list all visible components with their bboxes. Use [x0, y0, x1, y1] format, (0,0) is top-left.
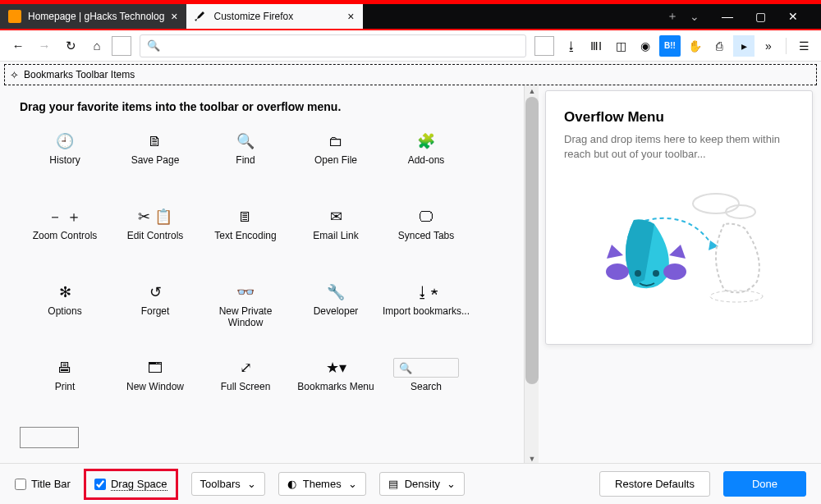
item-synced-tabs[interactable]: 🖵Synced Tabs	[381, 204, 471, 271]
themes-label: Themes	[303, 478, 342, 490]
item-addons[interactable]: 🧩Add-ons	[381, 128, 471, 195]
menu-button[interactable]: ☰	[793, 35, 814, 57]
close-icon[interactable]: ×	[171, 10, 177, 23]
print-icon: 🖶	[57, 355, 72, 381]
item-flexible-space[interactable]	[20, 427, 79, 448]
palette-heading: Drag your favorite items into the toolba…	[20, 100, 504, 113]
item-zoom[interactable]: － ＋Zoom Controls	[20, 204, 110, 271]
import-icon: ⭳★	[415, 279, 438, 305]
clock-icon: 🕘	[56, 128, 74, 154]
devices-icon: 🖵	[419, 204, 433, 230]
titlebar-checkbox[interactable]: Title Bar	[15, 478, 71, 490]
overflow-title: Overflow Menu	[564, 109, 794, 126]
library-icon[interactable]: ⅢⅠ	[585, 35, 607, 57]
bookmarks-toolbar-label: Bookmarks Toolbar Items	[24, 69, 135, 80]
zoom-icon: － ＋	[48, 204, 81, 230]
forget-icon: ↺	[149, 279, 162, 305]
item-import[interactable]: ⭳★Import bookmarks...	[381, 279, 471, 346]
maximize-button[interactable]: ▢	[744, 5, 777, 28]
item-search[interactable]: 🔍Search	[381, 355, 471, 422]
reload-button[interactable]: ↻	[59, 34, 82, 57]
url-bar[interactable]: 🔍	[140, 34, 526, 57]
item-edit[interactable]: ✂ 📋Edit Controls	[110, 204, 200, 271]
overflow-illustration	[564, 183, 794, 306]
fullscreen-icon: ⤢	[240, 355, 252, 381]
theme-icon: ◐	[287, 478, 296, 490]
close-icon[interactable]: ×	[347, 10, 354, 23]
palette-scrollbar[interactable]: ▲ ▼	[524, 85, 539, 465]
item-history[interactable]: 🕘History	[20, 128, 110, 195]
nav-toolbar: ← → ↻ ⌂ 🔍 ⭳ ⅢⅠ ◫ ◉ B!! ✋ ⎙ ▸ » ☰	[0, 30, 821, 62]
customize-footer: Title Bar Drag Space Toolbars ⌄ ◐ Themes…	[0, 463, 821, 504]
item-save-page[interactable]: 🗎Save Page	[110, 128, 200, 195]
titlebar-checkbox-input[interactable]	[15, 479, 26, 490]
svg-marker-7	[669, 245, 686, 259]
tabs-dropdown-icon[interactable]: ⌄	[690, 10, 699, 23]
svg-point-0	[693, 194, 739, 213]
bookmark-star-icon: ✧	[10, 69, 19, 81]
item-bookmarks-menu[interactable]: ★▾Bookmarks Menu	[291, 355, 381, 422]
close-window-button[interactable]: ✕	[777, 5, 810, 28]
svg-point-8	[635, 270, 641, 277]
sidebar-icon[interactable]: ◫	[610, 35, 631, 57]
brush-icon	[195, 10, 208, 23]
forward-button[interactable]: →	[33, 34, 56, 57]
dragspace-checkbox[interactable]: Drag Space	[94, 478, 167, 491]
toolbars-dropdown[interactable]: Toolbars ⌄	[191, 472, 265, 496]
tab-bar: Homepage | gHacks Technolog × Customize …	[0, 2, 821, 30]
restore-defaults-button[interactable]: Restore Defaults	[599, 471, 710, 497]
overflow-chevron-icon[interactable]: »	[758, 35, 779, 57]
item-fullscreen[interactable]: ⤢Full Screen	[200, 355, 291, 422]
wrench-icon: 🔧	[327, 279, 345, 305]
ghacks-favicon-icon	[8, 10, 21, 23]
back-button[interactable]: ←	[7, 34, 30, 57]
overflow-panel[interactable]: Overflow Menu Drag and drop items here t…	[545, 90, 813, 345]
extension-icon[interactable]: ▸	[733, 35, 754, 57]
download-icon[interactable]: ⭳	[561, 35, 582, 57]
dragspace-checkbox-input[interactable]	[94, 479, 106, 490]
minimize-button[interactable]: —	[711, 5, 744, 28]
svg-point-5	[663, 263, 686, 280]
item-new-window[interactable]: 🗔New Window	[110, 355, 200, 422]
toolbars-label: Toolbars	[200, 478, 241, 490]
tab-customize[interactable]: Customize Firefox ×	[186, 4, 363, 29]
screenshot-icon[interactable]: ⎙	[709, 35, 730, 57]
themes-dropdown[interactable]: ◐ Themes ⌄	[278, 472, 366, 496]
edit-icon: ✂ 📋	[138, 204, 172, 230]
chevron-down-icon: ⌄	[447, 478, 456, 490]
tab-label: Customize Firefox	[214, 11, 294, 22]
tab-ghacks[interactable]: Homepage | gHacks Technolog ×	[0, 4, 186, 29]
mask-icon: 👓	[236, 279, 255, 305]
density-label: Density	[405, 478, 440, 490]
item-developer[interactable]: 🔧Developer	[291, 279, 381, 346]
item-options[interactable]: ✻Options	[20, 279, 110, 346]
item-private[interactable]: 👓New Private Window	[200, 279, 291, 346]
overflow-desc: Drag and drop items here to keep them wi…	[564, 132, 794, 162]
bookmarks-toolbar[interactable]: ✧ Bookmarks Toolbar Items	[4, 64, 817, 85]
done-button[interactable]: Done	[723, 471, 806, 497]
extension-b-icon[interactable]: B!!	[659, 35, 681, 57]
bookmark-menu-icon: ★▾	[326, 355, 346, 381]
scrollbar-thumb[interactable]	[525, 97, 539, 384]
item-encoding[interactable]: 🗏Text Encoding	[200, 204, 291, 271]
new-tab-button[interactable]: ＋	[667, 9, 678, 24]
svg-point-9	[653, 270, 659, 277]
account-icon[interactable]: ◉	[635, 35, 656, 57]
density-dropdown[interactable]: ▤ Density ⌄	[379, 472, 465, 496]
window-icon: 🗔	[148, 355, 163, 381]
scroll-up-icon[interactable]: ▲	[525, 85, 539, 97]
folder-icon: 🗀	[328, 128, 343, 154]
item-open-file[interactable]: 🗀Open File	[291, 128, 381, 195]
item-email[interactable]: ✉Email Link	[291, 204, 381, 271]
mail-icon: ✉	[330, 204, 342, 230]
item-find[interactable]: 🔍Find	[200, 128, 291, 195]
density-icon: ▤	[388, 478, 398, 490]
hand-icon[interactable]: ✋	[684, 35, 705, 57]
item-print[interactable]: 🖶Print	[20, 355, 110, 422]
placeholder-box[interactable]	[112, 36, 131, 56]
home-button[interactable]: ⌂	[85, 34, 108, 57]
placeholder-box[interactable]	[534, 36, 554, 56]
item-forget[interactable]: ↺Forget	[110, 279, 200, 346]
puzzle-icon: 🧩	[417, 128, 435, 154]
search-icon: 🔍	[393, 355, 459, 381]
